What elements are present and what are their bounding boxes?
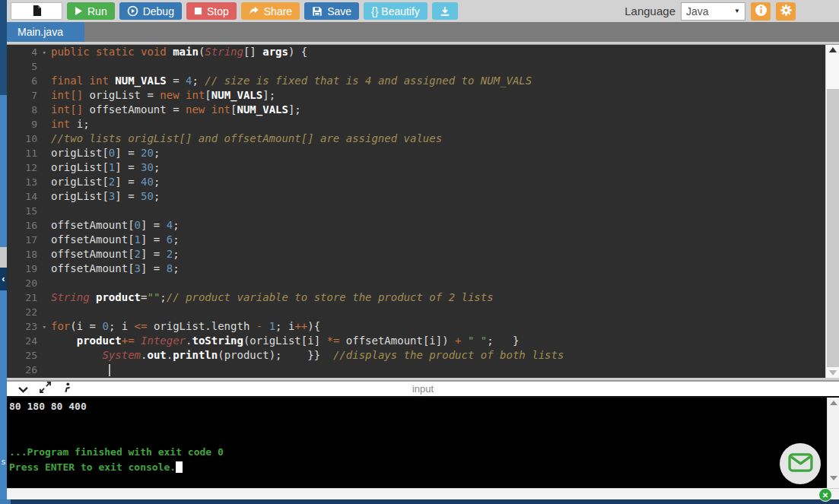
save-icon: [312, 6, 323, 17]
download-button[interactable]: [432, 2, 458, 20]
rail-collapse-segment[interactable]: ‹: [0, 268, 7, 290]
code-line[interactable]: 10//two lists origList[] and offsetAmoun…: [7, 132, 825, 146]
code-text: int[] offsetAmount = new int[NUM_VALS];: [42, 103, 301, 117]
rail-segment[interactable]: [0, 0, 7, 95]
console-scroll-down-icon[interactable]: [830, 476, 837, 480]
code-line[interactable]: 6final int NUM_VALS = 4; // size is fixe…: [7, 74, 825, 88]
settings-button[interactable]: [776, 2, 796, 21]
line-number: 13: [7, 175, 42, 189]
save-label: Save: [327, 5, 351, 17]
console-output-line: 80 180 80 400: [9, 400, 827, 415]
expand-icon: [40, 382, 51, 396]
code-text: origList[3] = 50;: [42, 189, 160, 204]
stop-button[interactable]: Stop: [186, 2, 237, 20]
code-text: System.out.println(product); }} //displa…: [42, 348, 564, 363]
code-line[interactable]: 11origList[0] = 20;: [7, 146, 825, 160]
line-number: 16: [7, 218, 42, 233]
beautify-button[interactable]: {} Beautify: [364, 2, 427, 20]
fold-caret-icon[interactable]: ▾: [43, 46, 46, 60]
line-number: 8: [7, 103, 42, 117]
line-number: 23▾: [7, 319, 42, 334]
language-label: Language: [624, 5, 675, 17]
code-line[interactable]: 25 System.out.println(product); }} //dis…: [7, 348, 825, 363]
code-line[interactable]: 23▾for(i = 0; i <= origList.length - 1; …: [7, 319, 825, 334]
language-value: Java: [686, 5, 709, 17]
rail-segment[interactable]: [0, 95, 7, 247]
code-line[interactable]: 17offsetAmount[1] = 6;: [7, 233, 825, 247]
code-line[interactable]: 20: [7, 276, 825, 290]
run-button[interactable]: Run: [67, 2, 115, 20]
left-sidebar-rail[interactable]: ‹s: [0, 0, 7, 504]
line-number: 5: [7, 59, 42, 74]
code-text: String product="";// product variable to…: [42, 290, 494, 305]
console-expand-button[interactable]: [40, 382, 51, 396]
line-number: 21: [7, 290, 42, 305]
chevron-down-icon: [17, 382, 29, 396]
rail-text-fragment: s: [0, 456, 7, 468]
fold-caret-icon[interactable]: ▾: [43, 320, 46, 334]
console-toolbar: input: [7, 381, 839, 398]
select-caret-icon: ▼: [734, 8, 740, 14]
console-share-button[interactable]: [62, 382, 72, 396]
editor-scrollbar-thumb[interactable]: [827, 89, 839, 367]
rail-segment[interactable]: [0, 468, 7, 504]
console-output-line: [9, 415, 827, 430]
code-line[interactable]: 9int i;: [7, 117, 825, 132]
console-person-icon: [62, 382, 72, 396]
editor-scrollbar[interactable]: [825, 45, 839, 378]
code-lines: 4▾public static void main(String[] args)…: [7, 45, 825, 377]
code-line[interactable]: 22: [7, 305, 825, 319]
line-number: 9: [7, 117, 42, 132]
code-line[interactable]: 12origList[1] = 30;: [7, 160, 825, 175]
rail-segment[interactable]: [0, 247, 7, 268]
language-group: Language Java ▼: [624, 2, 796, 21]
language-select[interactable]: Java ▼: [681, 2, 745, 21]
code-line[interactable]: 8int[] offsetAmount = new int[NUM_VALS];: [7, 103, 825, 117]
line-number: 18: [7, 247, 42, 262]
chat-widget-button[interactable]: [780, 443, 821, 484]
save-button[interactable]: Save: [304, 2, 359, 20]
code-line[interactable]: 26: [7, 363, 825, 377]
code-text: int i;: [42, 117, 90, 132]
tab-bar: Main.java: [7, 22, 839, 42]
rail-segment[interactable]: s: [0, 456, 7, 468]
console-scroll-up-icon[interactable]: [830, 401, 837, 405]
bottom-strip: [7, 488, 839, 499]
line-number: 25: [7, 348, 42, 363]
file-icon: [32, 5, 42, 18]
console-block-cursor: [176, 461, 183, 473]
code-line[interactable]: 21String product="";// product variable …: [7, 290, 825, 305]
code-editor[interactable]: 4▾public static void main(String[] args)…: [7, 45, 825, 378]
code-line[interactable]: 24 product+= Integer.toString(origList[i…: [7, 334, 825, 348]
console-collapse-button[interactable]: [17, 382, 29, 396]
share-icon: [249, 6, 259, 16]
code-line[interactable]: 5: [7, 59, 825, 74]
code-line[interactable]: 4▾public static void main(String[] args)…: [7, 45, 825, 59]
code-text: offsetAmount[0] = 4;: [42, 218, 180, 233]
code-line[interactable]: 7int[] origList = new int[NUM_VALS];: [7, 88, 825, 103]
console-scrollbar[interactable]: [827, 398, 839, 488]
code-line[interactable]: 19offsetAmount[3] = 8;: [7, 262, 825, 276]
line-number: 15: [7, 204, 42, 218]
tab-main-java[interactable]: Main.java: [7, 22, 84, 42]
code-text: [42, 204, 51, 218]
code-line[interactable]: 13origList[2] = 40;: [7, 175, 825, 189]
code-line[interactable]: 16offsetAmount[0] = 4;: [7, 218, 825, 233]
chat-close-button[interactable]: ✕: [818, 488, 832, 502]
play-icon: [75, 6, 83, 16]
debug-button[interactable]: Debug: [119, 2, 182, 20]
share-button[interactable]: Share: [241, 2, 300, 20]
code-text: [42, 363, 110, 377]
info-button[interactable]: [751, 2, 771, 21]
line-number: 17: [7, 233, 42, 247]
download-icon: [440, 6, 450, 17]
console-lines: 80 180 80 400...Program finished with ex…: [9, 400, 827, 476]
code-line[interactable]: 18offsetAmount[2] = 2;: [7, 247, 825, 262]
new-file-button[interactable]: [11, 2, 62, 20]
code-line[interactable]: 15: [7, 204, 825, 218]
rail-segment[interactable]: [0, 290, 7, 456]
scroll-up-icon[interactable]: [829, 47, 837, 52]
code-line[interactable]: 14origList[3] = 50;: [7, 189, 825, 204]
scroll-down-icon[interactable]: [829, 370, 837, 376]
console-output[interactable]: 80 180 80 400...Program finished with ex…: [7, 398, 827, 488]
